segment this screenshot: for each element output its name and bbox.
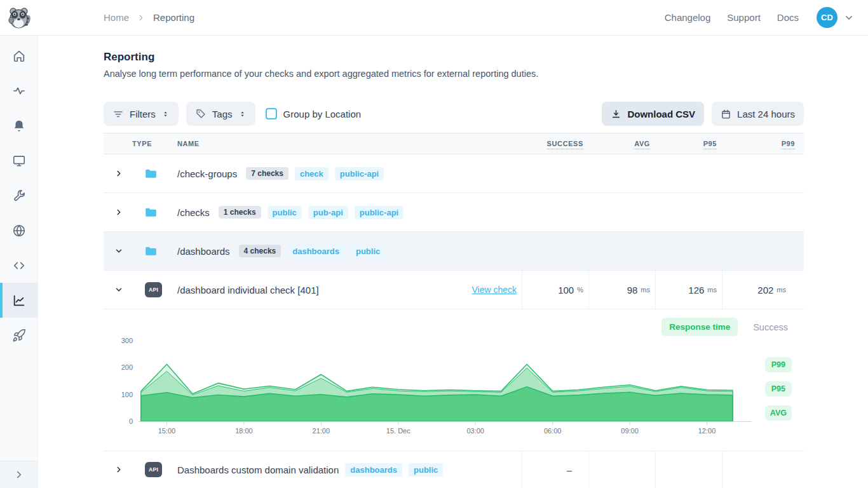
column-header-p95[interactable]: P95 — [703, 140, 722, 147]
page-subtitle: Analyse long term performance of your ch… — [104, 69, 804, 79]
chevron-right-icon — [13, 469, 25, 480]
p95-value-cell: 126 ms — [655, 271, 722, 309]
group-name: /dashboards — [177, 246, 230, 257]
sidebar-item-reporting[interactable] — [0, 283, 37, 318]
checks-table: TYPE NAME SUCCESS AVG P95 P99 /check-gro… — [104, 133, 804, 488]
sidebar-item-checks[interactable] — [0, 73, 37, 108]
download-csv-label: Download CSV — [627, 109, 695, 119]
success-value-cell: – — [522, 451, 588, 488]
legend-p99-badge[interactable]: P99 — [765, 357, 792, 372]
legend-p95-badge[interactable]: P95 — [765, 381, 792, 396]
download-icon — [611, 109, 621, 119]
breadcrumb-current: Reporting — [153, 12, 194, 23]
group-row-check-groups[interactable]: /check-groups 7 checks check public-api — [104, 154, 804, 193]
tag-badge[interactable]: public — [409, 463, 443, 477]
tag-icon — [195, 108, 207, 119]
expand-chevron-right-icon[interactable] — [104, 465, 134, 474]
account-menu[interactable]: CD — [817, 7, 854, 28]
chevron-down-icon — [844, 13, 854, 23]
time-range-button[interactable]: Last 24 hours — [712, 102, 804, 126]
sidebar — [0, 36, 38, 488]
tag-badge[interactable]: pub-api — [308, 206, 348, 219]
tag-badge[interactable]: public-api — [355, 206, 403, 219]
nav-link-support[interactable]: Support — [727, 12, 761, 23]
group-name: /checks — [177, 207, 210, 218]
svg-text:12:00: 12:00 — [698, 427, 716, 435]
avg-value-cell — [588, 451, 655, 488]
analytics-chart-icon — [12, 294, 26, 308]
sidebar-expand-toggle[interactable] — [0, 461, 37, 488]
sidebar-item-private-locations[interactable] — [0, 213, 37, 248]
check-count-badge: 1 checks — [219, 206, 261, 219]
sidebar-item-dashboards[interactable] — [0, 143, 37, 178]
folder-icon — [134, 168, 176, 179]
sidebar-item-alerts[interactable] — [0, 108, 37, 143]
group-row-dashboards[interactable]: /dashboards 4 checks dashboards public — [104, 232, 804, 271]
tag-badge[interactable]: public-api — [335, 167, 384, 180]
filter-icon — [112, 108, 124, 119]
sidebar-item-maintenance[interactable] — [0, 178, 37, 213]
sidebar-item-snippets[interactable] — [0, 248, 37, 283]
column-header-p99[interactable]: P99 — [782, 140, 803, 147]
filters-label: Filters — [130, 109, 156, 119]
tag-badge[interactable]: check — [295, 167, 329, 180]
tag-badge[interactable]: public — [351, 245, 385, 258]
check-name: /dashboard individual check [401] — [177, 285, 319, 295]
wrench-icon — [12, 189, 26, 203]
checkbox-unchecked[interactable] — [266, 108, 277, 119]
check-row-custom-domain-validation[interactable]: API Dashboards custom domain validation … — [104, 451, 804, 488]
monitor-icon — [12, 154, 26, 168]
folder-icon — [134, 246, 176, 257]
group-by-location-toggle[interactable]: Group by Location — [266, 108, 362, 119]
p95-value-cell — [655, 451, 722, 488]
tag-badge[interactable]: public — [268, 206, 302, 219]
response-time-chart-section: 15:0018:0021:0015. Dec03:0006:0009:0012:… — [104, 309, 804, 451]
expand-chevron-right-icon[interactable] — [104, 169, 134, 178]
svg-text:15. Dec: 15. Dec — [386, 427, 410, 435]
check-row-dashboard-individual[interactable]: API /dashboard individual check [401] Vi… — [104, 271, 804, 309]
api-type-badge: API — [145, 282, 162, 297]
svg-text:09:00: 09:00 — [621, 427, 639, 435]
group-by-location-label: Group by Location — [283, 109, 362, 119]
view-check-link[interactable]: View check — [471, 285, 517, 295]
column-header-avg[interactable]: AVG — [634, 140, 655, 147]
activity-pulse-icon — [12, 84, 26, 98]
column-header-name: NAME — [176, 140, 419, 147]
sort-arrows-icon — [238, 110, 247, 118]
page-title: Reporting — [104, 51, 804, 64]
tags-button[interactable]: Tags — [186, 102, 255, 126]
chevron-right-icon — [137, 13, 146, 22]
success-value-cell: 100 % — [522, 271, 588, 309]
success-toggle[interactable]: Success — [753, 322, 788, 332]
sidebar-item-home[interactable] — [0, 38, 37, 73]
nav-link-changelog[interactable]: Changelog — [665, 12, 711, 23]
download-csv-button[interactable]: Download CSV — [602, 102, 704, 126]
expand-chevron-right-icon[interactable] — [104, 208, 134, 217]
p99-value-cell: 202 ms — [722, 271, 803, 309]
svg-text:300: 300 — [121, 337, 133, 344]
tag-badge[interactable]: dashboards — [345, 463, 402, 477]
main-content: Reporting Analyse long term performance … — [38, 36, 868, 488]
legend-avg-badge[interactable]: AVG — [765, 405, 792, 421]
column-header-success[interactable]: SUCCESS — [547, 140, 588, 147]
collapse-chevron-down-icon[interactable] — [104, 247, 134, 255]
tag-badge[interactable]: dashboards — [287, 245, 344, 258]
tags-label: Tags — [212, 109, 233, 119]
sidebar-item-getting-started[interactable] — [0, 318, 37, 353]
group-name: /check-groups — [177, 168, 237, 179]
collapse-chevron-down-icon[interactable] — [104, 285, 134, 294]
svg-text:21:00: 21:00 — [313, 427, 330, 435]
filters-button[interactable]: Filters — [104, 102, 179, 126]
sort-arrows-icon — [161, 110, 170, 118]
time-range-label: Last 24 hours — [737, 109, 795, 119]
nav-link-docs[interactable]: Docs — [777, 12, 799, 23]
breadcrumb-home[interactable]: Home — [104, 12, 129, 23]
checkly-raccoon-logo[interactable] — [8, 6, 32, 30]
svg-text:0: 0 — [129, 417, 133, 425]
group-row-checks[interactable]: /checks 1 checks public pub-api public-a… — [104, 193, 804, 232]
svg-text:100: 100 — [121, 391, 133, 398]
avatar[interactable]: CD — [817, 7, 837, 28]
response-time-toggle[interactable]: Response time — [661, 318, 738, 336]
folder-icon — [134, 207, 176, 218]
bell-icon — [12, 119, 26, 133]
